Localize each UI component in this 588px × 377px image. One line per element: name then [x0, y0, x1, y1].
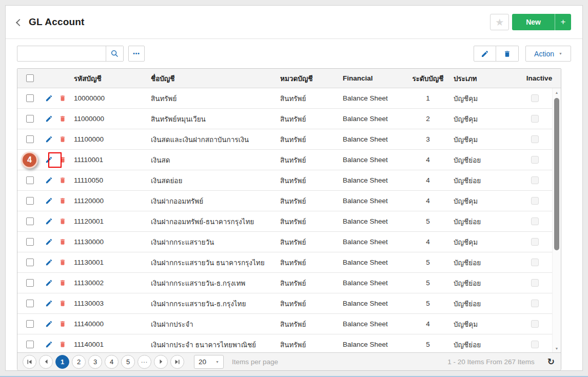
- row-edit-icon[interactable]: [45, 217, 53, 225]
- cell-account-code: 11120000: [74, 197, 151, 205]
- row-edit-icon[interactable]: [45, 238, 53, 246]
- delete-selected-button[interactable]: [496, 46, 519, 62]
- action-dropdown-button[interactable]: Action ▼: [525, 46, 571, 62]
- toolbar: ••• Action ▼: [6, 39, 582, 68]
- row-checkbox[interactable]: [26, 300, 34, 307]
- row-edit-icon[interactable]: [45, 279, 53, 287]
- cell-account-level: 4: [408, 156, 447, 164]
- row-edit-icon[interactable]: [45, 197, 53, 205]
- scrollbar-thumb[interactable]: [554, 98, 559, 250]
- row-delete-icon[interactable]: [59, 320, 66, 328]
- row-checkbox[interactable]: [26, 197, 34, 205]
- cell-account-code: 11130000: [74, 238, 151, 246]
- select-all-checkbox[interactable]: [26, 74, 34, 82]
- row-edit-icon[interactable]: [45, 156, 53, 164]
- table-row: 11000000สินทรัพย์หมุนเวียนสินทรัพย์Balan…: [17, 109, 552, 129]
- row-checkbox[interactable]: [26, 259, 34, 266]
- pagination-page-button[interactable]: 1: [55, 355, 69, 369]
- row-delete-icon[interactable]: [59, 197, 66, 205]
- row-delete-icon[interactable]: [59, 279, 66, 287]
- row-delete-icon[interactable]: [59, 341, 66, 348]
- trash-icon: [59, 176, 66, 184]
- search-button[interactable]: [106, 46, 123, 61]
- pencil-icon: [45, 176, 53, 184]
- row-checkbox[interactable]: [26, 217, 34, 225]
- table-row: 10000000สินทรัพย์สินทรัพย์Balance Sheet1…: [17, 88, 552, 109]
- prev-page-icon: [44, 359, 48, 364]
- row-delete-icon[interactable]: [59, 94, 66, 102]
- row-actions-cell: [42, 238, 74, 246]
- row-delete-icon[interactable]: [59, 238, 66, 246]
- row-edit-icon[interactable]: [45, 176, 53, 184]
- row-delete-icon[interactable]: [59, 115, 66, 123]
- row-edit-icon[interactable]: [45, 259, 53, 266]
- row-checkbox[interactable]: [26, 135, 34, 143]
- row-edit-icon[interactable]: [45, 320, 53, 328]
- cell-account-code: 11110050: [74, 176, 151, 184]
- row-delete-icon[interactable]: [59, 156, 66, 164]
- table-row: 11130003เงินฝากกระแสรายวัน-ธ.กรุงไทยสินท…: [17, 293, 552, 314]
- row-checkbox[interactable]: [26, 176, 34, 184]
- inactive-checkbox: [531, 300, 539, 307]
- favorite-button[interactable]: ★: [490, 14, 509, 30]
- pagination-next-button[interactable]: [154, 355, 168, 369]
- cell-account-type: บัญชีคุม: [447, 195, 518, 207]
- row-checkbox[interactable]: [26, 115, 34, 123]
- row-delete-icon[interactable]: [59, 259, 66, 266]
- row-edit-icon[interactable]: [45, 94, 53, 102]
- more-options-button[interactable]: •••: [128, 46, 145, 62]
- column-header-inactive[interactable]: Inactive: [518, 74, 561, 82]
- column-header-level[interactable]: ระดับบัญชี: [408, 73, 447, 84]
- row-checkbox[interactable]: [26, 279, 34, 287]
- search-input[interactable]: [17, 46, 106, 61]
- plus-icon[interactable]: +: [555, 14, 571, 30]
- scroll-down-icon[interactable]: ▼: [553, 347, 561, 350]
- column-header-type[interactable]: ประเภท: [447, 73, 518, 84]
- cell-account-category: สินทรัพย์: [280, 154, 343, 166]
- scroll-up-icon[interactable]: ▲: [553, 91, 561, 94]
- pagination-page-button[interactable]: 3: [88, 355, 102, 369]
- new-button[interactable]: New +: [512, 14, 571, 30]
- row-delete-icon[interactable]: [59, 135, 66, 143]
- pagination-last-button[interactable]: [170, 355, 184, 369]
- row-delete-icon[interactable]: [59, 300, 66, 307]
- row-edit-icon[interactable]: [45, 341, 53, 348]
- column-header-code[interactable]: รหัสบัญชี: [74, 73, 151, 84]
- cell-account-level: 4: [408, 320, 447, 328]
- cell-account-level: 1: [408, 94, 447, 102]
- column-header-name[interactable]: ชื่อบัญชี: [151, 73, 280, 84]
- cell-account-type: บัญชีย่อย: [447, 298, 518, 309]
- vertical-scrollbar[interactable]: ▲ ▼: [552, 88, 561, 352]
- cell-account-code: 11140000: [74, 320, 151, 328]
- pagination-page-button[interactable]: 5: [121, 355, 135, 369]
- back-chevron-icon[interactable]: [16, 18, 23, 26]
- items-per-page-select[interactable]: 20 ▼: [194, 355, 224, 369]
- pagination-page-button[interactable]: 2: [72, 355, 86, 369]
- cell-account-type: บัญชีคุม: [447, 236, 518, 248]
- row-checkbox[interactable]: [26, 94, 34, 102]
- row-checkbox[interactable]: [26, 341, 34, 348]
- column-header-category[interactable]: หมวดบัญชี: [280, 73, 343, 84]
- row-delete-icon[interactable]: [59, 217, 66, 225]
- refresh-icon[interactable]: ↻: [547, 358, 555, 366]
- column-header-financial[interactable]: Financial: [343, 74, 408, 82]
- row-delete-icon[interactable]: [59, 176, 66, 184]
- row-edit-icon[interactable]: [45, 115, 53, 123]
- row-checkbox[interactable]: [26, 320, 34, 328]
- row-edit-icon[interactable]: [45, 300, 53, 307]
- pencil-icon: [45, 341, 53, 348]
- pagination-prev-button[interactable]: [39, 355, 53, 369]
- row-edit-icon[interactable]: [45, 135, 53, 143]
- cell-inactive: [518, 320, 552, 328]
- row-checkbox[interactable]: [26, 238, 34, 246]
- cell-account-name: เงินฝากออมทรัพย์: [151, 195, 280, 207]
- cell-account-category: สินทรัพย์: [280, 339, 343, 350]
- pencil-icon: [45, 259, 53, 266]
- pagination-ellipsis-button[interactable]: ...: [138, 355, 151, 369]
- pagination-page-button[interactable]: 4: [105, 355, 119, 369]
- cell-inactive: [518, 279, 552, 287]
- edit-selected-button[interactable]: [474, 46, 496, 62]
- gl-account-window: GL Account ★ New + •••: [5, 5, 583, 371]
- table-row: 11130002เงินฝากกระแสรายวัน-ธ.กรุงเทพสินท…: [17, 273, 552, 293]
- pagination-first-button[interactable]: [23, 355, 36, 369]
